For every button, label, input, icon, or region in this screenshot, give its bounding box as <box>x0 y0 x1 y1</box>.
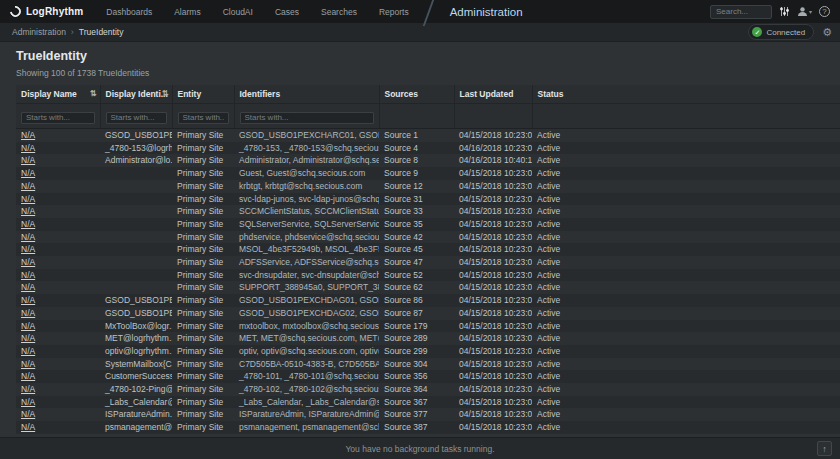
connection-status-toggle[interactable]: ✓ Connected <box>748 24 814 40</box>
display-name-link[interactable]: N/A <box>21 321 35 331</box>
cell-identifiers: GSOD_USBO1PEXCHDAG02, GSOD_USBO1... <box>234 307 379 320</box>
logrhythm-logo[interactable]: LogRhythm <box>0 6 95 17</box>
display-name-link[interactable]: N/A <box>21 206 35 216</box>
display-name-link[interactable]: N/A <box>21 219 35 229</box>
table-row: N/APrimary SiteSCCMClientStatus, SCCMCli… <box>16 205 840 218</box>
cell-last_updated: 04/15/2018 10:23:03 pm <box>454 345 532 358</box>
nav-item-dashboards[interactable]: Dashboards <box>95 0 163 23</box>
sliders-icon[interactable] <box>779 6 790 17</box>
user-menu[interactable]: ▾ <box>797 6 812 17</box>
filter-input-identifiers[interactable] <box>240 112 374 124</box>
nav-item-administration-active[interactable]: Administration <box>436 0 537 23</box>
display-name-link[interactable]: N/A <box>21 244 35 254</box>
cell-last_updated: 04/15/2018 10:23:03 pm <box>454 231 532 244</box>
cell-display_identifier <box>100 218 172 231</box>
display-name-link[interactable]: N/A <box>21 397 35 407</box>
display-name-link[interactable]: N/A <box>21 346 35 356</box>
cell-entity: Primary Site <box>172 281 234 294</box>
cell-display_identifier <box>100 269 172 282</box>
cell-entity: Primary Site <box>172 129 234 142</box>
display-name-link[interactable]: N/A <box>21 384 35 394</box>
display-name-link[interactable]: N/A <box>21 295 35 305</box>
display-name-link[interactable]: N/A <box>21 422 35 432</box>
breadcrumb-administration[interactable]: Administration <box>12 27 66 37</box>
help-icon[interactable]: ? <box>819 6 830 17</box>
display-name-link[interactable]: N/A <box>21 282 35 292</box>
column-header-display_name[interactable]: Display Name⇅ <box>16 85 100 104</box>
display-name-link[interactable]: N/A <box>21 194 35 204</box>
table-filter-row <box>16 104 840 129</box>
cell-status: Active <box>532 396 840 409</box>
nav-item-reports[interactable]: Reports <box>368 0 420 23</box>
table-row: N/Apsmanagement@...Primary Sitepsmanagem… <box>16 421 840 434</box>
nav-item-searches[interactable]: Searches <box>310 0 368 23</box>
column-header-display_identifier[interactable]: Display Identi...⇅ <box>100 85 172 104</box>
cell-last_updated: 04/15/2018 10:23:03 pm <box>454 320 532 333</box>
cell-identifiers: SCCMClientStatus, SCCMClientStatus@schq.… <box>234 205 379 218</box>
cell-status: Active <box>532 281 840 294</box>
table-head: Display Name⇅Display Identi...⇅EntityIde… <box>16 85 840 129</box>
cell-identifiers: svc-ldap-junos, svc-ldap-junos@schq.seci… <box>234 193 379 206</box>
cell-entity: Primary Site <box>172 345 234 358</box>
display-name-link[interactable]: N/A <box>21 130 35 140</box>
cell-entity: Primary Site <box>172 421 234 434</box>
display-name-link[interactable]: N/A <box>21 409 35 419</box>
cell-sources: Source 4 <box>379 142 454 155</box>
chevron-down-icon: ▾ <box>809 9 812 15</box>
column-header-sources: Sources <box>379 85 454 104</box>
connected-check-icon: ✓ <box>752 27 762 37</box>
cell-entity: Primary Site <box>172 154 234 167</box>
status-bar: You have no background tasks running. ↑ <box>0 437 840 459</box>
cell-sources: Source 304 <box>379 358 454 371</box>
sort-arrows-icon[interactable]: ⇅ <box>90 89 97 98</box>
table-header-row: Display Name⇅Display Identi...⇅EntityIde… <box>16 85 840 104</box>
display-name-link[interactable]: N/A <box>21 308 35 318</box>
display-name-link[interactable]: N/A <box>21 143 35 153</box>
filter-input-display_identifier[interactable] <box>106 112 167 124</box>
cell-sources: Source 377 <box>379 408 454 421</box>
nav-item-cases[interactable]: Cases <box>264 0 310 23</box>
display-name-link[interactable]: N/A <box>21 168 35 178</box>
gear-icon[interactable]: ⚙ <box>822 27 832 38</box>
display-name-link[interactable]: N/A <box>21 333 35 343</box>
display-name-link[interactable]: N/A <box>21 270 35 280</box>
cell-status: Active <box>532 205 840 218</box>
filter-input-entity[interactable] <box>178 112 229 124</box>
cell-identifiers: MET, MET@schq.secious.com, MET@logrhyt..… <box>234 332 379 345</box>
cell-sources: Source 52 <box>379 269 454 282</box>
search-input[interactable] <box>710 5 772 19</box>
display-name-link[interactable]: N/A <box>21 155 35 165</box>
cell-sources: Source 364 <box>379 383 454 396</box>
cell-status: Active <box>532 358 840 371</box>
filter-cell-last_updated <box>454 104 532 129</box>
sort-arrows-icon[interactable]: ⇅ <box>162 89 169 98</box>
column-label: Entity <box>178 89 202 99</box>
cell-display_name: N/A <box>16 421 100 434</box>
cell-identifiers: GSOD_USBO1PEXCHARC01, GSOD_USBO1P... <box>234 129 379 142</box>
display-name-link[interactable]: N/A <box>21 371 35 381</box>
cell-last_updated: 04/15/2018 10:23:03 pm <box>454 358 532 371</box>
display-name-link[interactable]: N/A <box>21 181 35 191</box>
cell-display_identifier <box>100 205 172 218</box>
cell-display_name: N/A <box>16 129 100 142</box>
background-tasks-icon[interactable]: ↑ <box>817 441 832 456</box>
table-row: N/A_4780-153@logrh...Primary Site_4780-1… <box>16 142 840 155</box>
cell-last_updated: 04/15/2018 10:23:03 pm <box>454 129 532 142</box>
cell-display_identifier: psmanagement@... <box>100 421 172 434</box>
column-label: Display Identi... <box>106 89 168 99</box>
table-row: N/APrimary SiteMSOL_4be3F52949b, MSOL_4b… <box>16 243 840 256</box>
background-tasks-message: You have no background tasks running. <box>345 444 494 454</box>
nav-item-alarms[interactable]: Alarms <box>163 0 211 23</box>
filter-input-display_name[interactable] <box>21 112 95 124</box>
nav-item-cloudai[interactable]: CloudAI <box>212 0 264 23</box>
display-name-link[interactable]: N/A <box>21 257 35 267</box>
cell-last_updated: 04/15/2018 10:23:03 pm <box>454 332 532 345</box>
topnav-items: DashboardsAlarmsCloudAICasesSearchesRepo… <box>95 0 419 23</box>
column-label: Identifiers <box>240 89 281 99</box>
cell-status: Active <box>532 294 840 307</box>
display-name-link[interactable]: N/A <box>21 232 35 242</box>
cell-last_updated: 04/15/2018 10:23:03 pm <box>454 205 532 218</box>
cell-entity: Primary Site <box>172 193 234 206</box>
display-name-link[interactable]: N/A <box>21 359 35 369</box>
cell-entity: Primary Site <box>172 383 234 396</box>
